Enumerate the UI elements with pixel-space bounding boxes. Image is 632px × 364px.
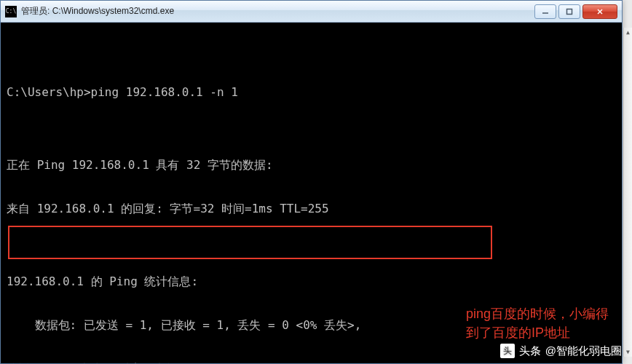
window-title: 管理员: C:\Windows\system32\cmd.exe: [21, 5, 534, 17]
maximize-icon: [566, 8, 573, 15]
terminal-line: 192.168.0.1 的 Ping 统计信息:: [7, 274, 616, 289]
scroll-up-icon[interactable]: ▲: [626, 29, 630, 36]
close-button[interactable]: [582, 4, 617, 19]
svg-rect-0: [567, 9, 572, 14]
watermark-account: @智能化弱电圈: [545, 344, 622, 358]
terminal-line: 正在 Ping 192.168.0.1 具有 32 字节的数据:: [7, 158, 616, 173]
annotation-line: ping百度的时候，小编得: [466, 304, 609, 323]
minimize-icon: [542, 8, 549, 15]
terminal-line: 来自 192.168.0.1 的回复: 字节=32 时间=1ms TTL=255: [7, 202, 616, 216]
minimize-button[interactable]: [534, 4, 556, 19]
cmd-icon: C:\: [5, 6, 17, 17]
watermark-prefix: 头条: [519, 344, 541, 358]
terminal-line: C:\Users\hp>ping 192.168.0.1 -n 1: [7, 85, 616, 100]
terminal-line: 往返行程的估计时间<以毫秒为单位>:: [7, 362, 616, 363]
scroll-down-icon[interactable]: ▼: [626, 349, 630, 355]
annotation-text: ping百度的时候，小编得 到了百度的IP地址: [466, 304, 609, 342]
page-scrollbar[interactable]: ▲ ▼: [623, 28, 632, 357]
watermark: 头 头条 @智能化弱电圈: [500, 344, 622, 358]
annotation-line: 到了百度的IP地址: [466, 323, 609, 342]
titlebar[interactable]: C:\ 管理员: C:\Windows\system32\cmd.exe: [1, 1, 622, 23]
maximize-button[interactable]: [558, 4, 580, 19]
close-icon: [596, 8, 604, 15]
watermark-icon: 头: [500, 344, 515, 358]
highlight-box: [8, 226, 492, 259]
window-buttons: [534, 4, 617, 19]
